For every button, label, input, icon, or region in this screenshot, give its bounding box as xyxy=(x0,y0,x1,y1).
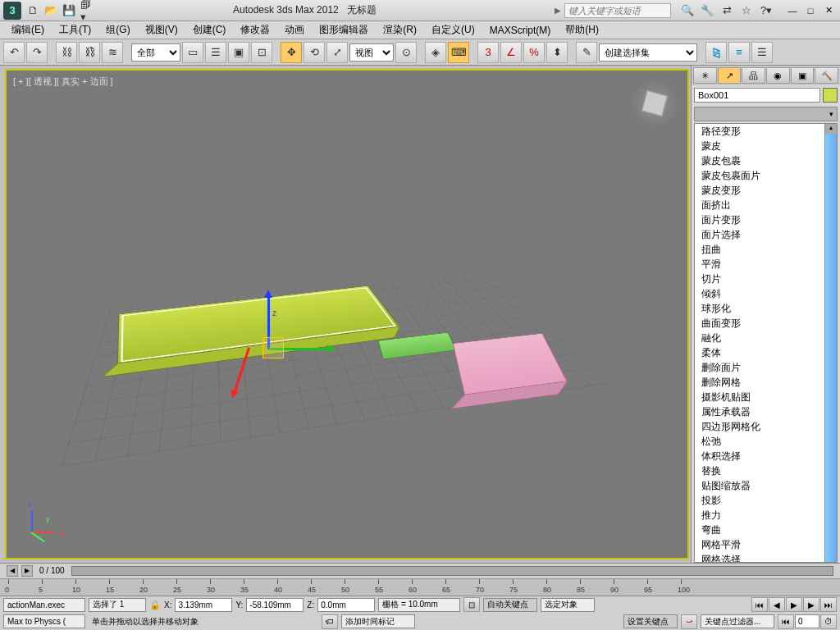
menu-customize[interactable]: 自定义(U) xyxy=(425,21,482,39)
modifier-item[interactable]: 网格选择 xyxy=(695,552,837,563)
coord-z-input[interactable] xyxy=(317,598,375,612)
select-region-button[interactable]: ▣ xyxy=(228,42,249,63)
viewport-perspective[interactable]: [ + ][ 透视 ][ 真实 + 边面 ] z zxy xyxy=(5,69,689,559)
menu-edit[interactable]: 编辑(E) xyxy=(5,21,51,39)
modifier-list[interactable]: 路径变形蒙皮蒙皮包裹蒙皮包裹面片蒙皮变形面挤出面片变形面片选择扭曲平滑切片倾斜球… xyxy=(694,123,838,563)
menu-graph-editors[interactable]: 图形编辑器 xyxy=(313,21,375,39)
key-prev-button[interactable]: ⏮ xyxy=(778,614,794,629)
menu-rendering[interactable]: 渲染(R) xyxy=(377,21,423,39)
time-slider-track[interactable] xyxy=(71,566,833,576)
viewcube[interactable] xyxy=(630,79,679,128)
layers-button[interactable]: ☰ xyxy=(751,42,773,63)
current-frame-input[interactable] xyxy=(795,614,819,628)
ref-coord-system[interactable]: 视图 xyxy=(349,43,394,62)
tab-modify[interactable]: ↗ xyxy=(718,67,742,84)
menu-group[interactable]: 组(G) xyxy=(99,21,136,39)
edit-named-sel-button[interactable]: ✎ xyxy=(576,42,597,63)
open-icon[interactable]: 📂 xyxy=(44,4,57,17)
modifier-item[interactable]: 球形化 xyxy=(695,301,837,316)
bind-spacewarp-button[interactable]: ≋ xyxy=(102,42,123,63)
tab-create[interactable]: ✳ xyxy=(693,67,717,84)
modifier-item[interactable]: 松弛 xyxy=(695,434,837,449)
modifier-item[interactable]: 蒙皮 xyxy=(695,139,837,153)
time-slider-left[interactable]: ◀ xyxy=(7,565,18,577)
time-config-button[interactable]: ⏱ xyxy=(820,614,837,629)
snap-toggle-button[interactable]: 3 xyxy=(477,42,499,63)
time-slider-right[interactable]: ▶ xyxy=(21,565,33,577)
modifier-item[interactable]: 四边形网格化 xyxy=(695,419,837,434)
menu-modifiers[interactable]: 修改器 xyxy=(234,21,276,39)
key-target[interactable]: 选定对象 xyxy=(541,598,595,612)
isolate-button[interactable]: ⊡ xyxy=(463,597,480,612)
mirror-button[interactable]: ⧎ xyxy=(705,42,727,63)
prev-frame-button[interactable]: ◀ xyxy=(769,597,785,612)
modifier-item[interactable]: 贴图缩放器 xyxy=(695,478,837,493)
modifier-item[interactable]: 曲面变形 xyxy=(695,316,837,331)
tab-display[interactable]: ▣ xyxy=(791,67,815,84)
modifier-item[interactable]: 替换 xyxy=(695,463,837,478)
minimize-button[interactable]: — xyxy=(784,4,801,17)
key-filters-button[interactable]: 关键点过滤器... xyxy=(701,614,774,628)
modifier-item[interactable]: 体积选择 xyxy=(695,449,837,463)
select-rotate-button[interactable]: ⟲ xyxy=(304,42,325,63)
coord-y-input[interactable] xyxy=(246,598,304,612)
modifier-item[interactable]: 网格平滑 xyxy=(695,537,837,552)
modifier-item[interactable]: 面挤出 xyxy=(695,198,837,212)
modifier-item[interactable]: 融化 xyxy=(695,331,837,345)
play-button[interactable]: ▶ xyxy=(786,597,802,612)
auto-key-button[interactable]: 自动关键点 xyxy=(483,598,537,612)
modifier-item[interactable]: 推力 xyxy=(695,508,837,523)
tab-hierarchy[interactable]: 品 xyxy=(742,67,765,84)
object-name-field[interactable] xyxy=(694,88,820,103)
save-icon[interactable]: 💾 xyxy=(62,4,75,17)
modifier-item[interactable]: 摄影机贴图 xyxy=(695,390,837,404)
modifier-item[interactable]: 删除面片 xyxy=(695,360,837,375)
viewport-label[interactable]: [ + ][ 透视 ][ 真实 + 边面 ] xyxy=(13,75,113,88)
tab-utilities[interactable]: 🔨 xyxy=(815,67,838,84)
named-selection-set[interactable]: 创建选择集 xyxy=(599,43,697,62)
modifier-item[interactable]: 扭曲 xyxy=(695,242,837,257)
window-crossing-button[interactable]: ⊡ xyxy=(251,42,272,63)
object-color-swatch[interactable] xyxy=(823,88,838,103)
set-key-button[interactable]: 设置关键点 xyxy=(623,614,678,628)
coord-x-input[interactable] xyxy=(175,598,232,612)
binoculars-icon[interactable]: 🔍 xyxy=(681,4,694,17)
redo-button[interactable]: ↷ xyxy=(26,42,48,63)
modifier-item[interactable]: 删除网格 xyxy=(695,375,837,390)
time-tag-button[interactable]: 🏷 xyxy=(322,614,338,629)
select-move-button[interactable]: ✥ xyxy=(281,42,302,63)
next-frame-button[interactable]: ▶ xyxy=(803,597,819,612)
tab-motion[interactable]: ◉ xyxy=(766,67,790,84)
modifier-item[interactable]: 属性承载器 xyxy=(695,404,837,419)
select-by-name-button[interactable]: ☰ xyxy=(205,42,226,63)
menu-maxscript[interactable]: MAXScript(M) xyxy=(483,23,558,38)
lock-icon[interactable]: 🔒 xyxy=(149,600,161,610)
select-object-button[interactable]: ▭ xyxy=(182,42,203,63)
close-button[interactable]: ✕ xyxy=(820,4,837,17)
menu-help[interactable]: 帮助(H) xyxy=(559,21,605,39)
modifier-item[interactable]: 蒙皮变形 xyxy=(695,183,837,198)
unlink-button[interactable]: ⛓̸ xyxy=(79,42,100,63)
spinner-snap-button[interactable]: ⬍ xyxy=(546,42,568,63)
key-mode-icon[interactable]: ⤻ xyxy=(681,614,697,629)
modifier-item[interactable]: 投影 xyxy=(695,493,837,508)
undo-button[interactable]: ↶ xyxy=(3,42,25,63)
help-icon[interactable]: ?▾ xyxy=(760,4,773,17)
modifier-item[interactable]: 路径变形 xyxy=(695,124,837,139)
exchange-icon[interactable]: ⇄ xyxy=(720,4,733,17)
key-icon[interactable]: 🔧 xyxy=(701,4,714,17)
favorite-icon[interactable]: ☆ xyxy=(740,4,753,17)
menu-tools[interactable]: 工具(T) xyxy=(52,21,98,39)
add-time-tag[interactable]: 添加时间标记 xyxy=(341,614,415,628)
new-icon[interactable]: 🗋 xyxy=(26,4,39,17)
use-pivot-button[interactable]: ⊙ xyxy=(395,42,417,63)
modifier-item[interactable]: 面片选择 xyxy=(695,227,837,242)
maximize-button[interactable]: □ xyxy=(802,4,819,17)
goto-end-button[interactable]: ⏭ xyxy=(820,597,837,612)
modifier-item[interactable]: 倾斜 xyxy=(695,286,837,301)
percent-snap-button[interactable]: % xyxy=(523,42,545,63)
modifier-item[interactable]: 弯曲 xyxy=(695,523,837,537)
modifier-item[interactable]: 平滑 xyxy=(695,257,837,272)
link-button[interactable]: ⛓ xyxy=(56,42,77,63)
modifier-item[interactable]: 切片 xyxy=(695,272,837,286)
